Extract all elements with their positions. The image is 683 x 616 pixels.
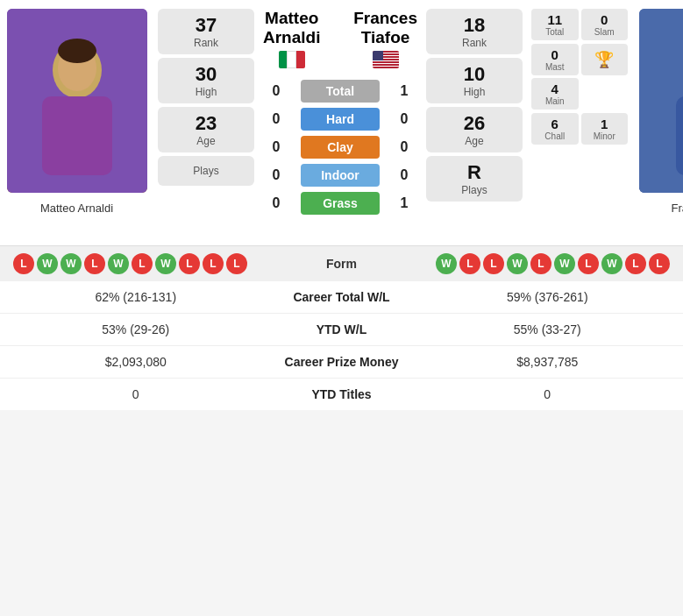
form-section: LWWLWLWLLL Form WLLWLWLWLL (0, 245, 683, 281)
stat-left-val: 0 (18, 387, 254, 401)
left-rank-box: 37 Rank (158, 9, 254, 54)
total-score-right: 1 (387, 83, 422, 99)
indoor-score-right: 0 (387, 167, 422, 183)
left-plays-label: Plays (161, 161, 251, 181)
grass-badge: Grass (301, 192, 380, 215)
left-player-photo (7, 9, 147, 193)
stat-right-val: 0 (430, 387, 666, 401)
hard-badge: Hard (301, 108, 380, 131)
indoor-score-left: 0 (259, 167, 294, 183)
stat-right-val: $8,937,785 (430, 355, 666, 369)
clay-badge: Clay (301, 136, 380, 159)
left-age-label: Age (161, 135, 251, 147)
stats-row: 0 YTD Titles 0 (0, 379, 683, 410)
left-high-box: 30 High (158, 58, 254, 103)
left-player-name-below: Matteo Arnaldi (36, 202, 117, 215)
right-flag-icon (373, 51, 399, 68)
right-form-badge: L (649, 253, 670, 274)
stat-center-label: YTD W/L (254, 322, 430, 336)
left-player-name-line2: Arnaldi (263, 28, 320, 47)
right-player-photo (639, 9, 684, 193)
r-plays-val: R (430, 161, 519, 184)
left-form-badge: L (203, 253, 224, 274)
svg-rect-2 (42, 96, 112, 175)
r-rank-num: 18 (430, 14, 519, 37)
right-form-badge: L (530, 253, 551, 274)
rt-chall: 6 Chall (531, 113, 579, 145)
hard-row: 0 Hard 0 (259, 108, 422, 131)
left-player-name-line1: Matteo (263, 9, 320, 28)
total-score-left: 0 (259, 83, 294, 99)
total-badge: Total (301, 80, 380, 103)
rt-trophy: 🏆 (581, 44, 629, 75)
left-form-badge: L (132, 253, 153, 274)
stats-row: $2,093,080 Career Prize Money $8,937,785 (0, 346, 683, 379)
right-player-name-below: Frances Tiafoe (667, 202, 684, 215)
hard-score-right: 0 (387, 111, 422, 127)
right-stats-col: 18 Rank 10 High 26 Age R Plays (422, 0, 527, 245)
left-form-badge: L (179, 253, 200, 274)
grass-row: 0 Grass 1 (259, 192, 422, 215)
r-age-lbl: Age (430, 135, 519, 147)
r-high-lbl: High (430, 86, 519, 98)
rt-minor: 1 Minor (581, 113, 629, 145)
left-flag-display (263, 51, 320, 71)
right-form-badge: L (459, 253, 480, 274)
grass-score-left: 0 (259, 195, 294, 211)
center-col: Matteo Arnaldi Frances Tiafoe (259, 0, 422, 245)
indoor-badge: Indoor (301, 164, 380, 187)
left-high-num: 30 (161, 63, 251, 86)
stat-left-val: $2,093,080 (18, 355, 254, 369)
right-form-badge: W (554, 253, 575, 274)
left-photo-col: Matteo Arnaldi (0, 0, 153, 245)
right-form-badges: WLLWLWLWLL (436, 253, 670, 274)
clay-score-left: 0 (259, 139, 294, 155)
r-high-num: 10 (430, 63, 519, 86)
indoor-row: 0 Indoor 0 (259, 164, 422, 187)
right-chall-minor: 6 Chall 1 Minor (531, 113, 628, 145)
right-title-stats-col: 11 Total 0 Slam 0 Mast 🏆 4 Main 6 Chall … (527, 0, 632, 245)
right-trophy-ico: 🏆 (594, 50, 614, 69)
main-container: Matteo Arnaldi 37 Rank 30 High 23 Age Pl… (0, 0, 683, 410)
form-label: Form (326, 257, 357, 271)
rt-main: 4 Main (531, 78, 579, 110)
left-form-badge: W (60, 253, 82, 274)
right-form-badge: W (507, 253, 528, 274)
left-form-badges: LWWLWLWLLL (13, 253, 247, 274)
right-form-badge: L (625, 253, 646, 274)
stats-row: 62% (216-131) Career Total W/L 59% (376-… (0, 281, 683, 314)
top-row: Matteo Arnaldi 37 Rank 30 High 23 Age Pl… (0, 0, 683, 245)
r-rank-lbl: Rank (430, 37, 519, 49)
stat-center-label: YTD Titles (254, 387, 430, 401)
left-age-box: 23 Age (158, 107, 254, 152)
rt-slam: 0 Slam (581, 9, 629, 40)
grass-score-right: 1 (387, 195, 422, 211)
left-plays-box: Plays (158, 156, 254, 186)
surface-rows: 0 Total 1 0 Hard 0 0 Clay 0 0 Indoor (259, 80, 422, 220)
left-form-badge: W (108, 253, 129, 274)
clay-row: 0 Clay 0 (259, 136, 422, 159)
left-form-badge: L (226, 253, 247, 274)
left-age-num: 23 (161, 112, 251, 135)
stat-center-label: Career Prize Money (254, 355, 430, 369)
left-rank-num: 37 (161, 14, 251, 37)
r-age-num: 26 (430, 112, 519, 135)
svg-point-4 (58, 39, 96, 63)
right-name-block: Frances Tiafoe (353, 9, 417, 71)
right-form-badge: L (578, 253, 599, 274)
left-name-block: Matteo Arnaldi (263, 9, 320, 71)
stat-right-val: 55% (33-27) (430, 322, 666, 336)
stats-table: 62% (216-131) Career Total W/L 59% (376-… (0, 281, 683, 410)
stat-left-val: 62% (216-131) (18, 290, 254, 304)
right-player-name-line1: Frances (353, 9, 417, 28)
left-rank-label: Rank (161, 37, 251, 49)
left-flag-icon (279, 51, 305, 68)
rt-mast: 0 Mast (531, 44, 579, 75)
left-stats-col: 37 Rank 30 High 23 Age Plays (153, 0, 259, 245)
left-form-badge: L (13, 253, 34, 274)
total-row: 0 Total 1 (259, 80, 422, 103)
right-player-name-line2: Tiafoe (353, 28, 417, 47)
stats-row: 53% (29-26) YTD W/L 55% (33-27) (0, 314, 683, 346)
center-header: Matteo Arnaldi Frances Tiafoe (259, 0, 422, 71)
svg-rect-7 (676, 96, 684, 175)
